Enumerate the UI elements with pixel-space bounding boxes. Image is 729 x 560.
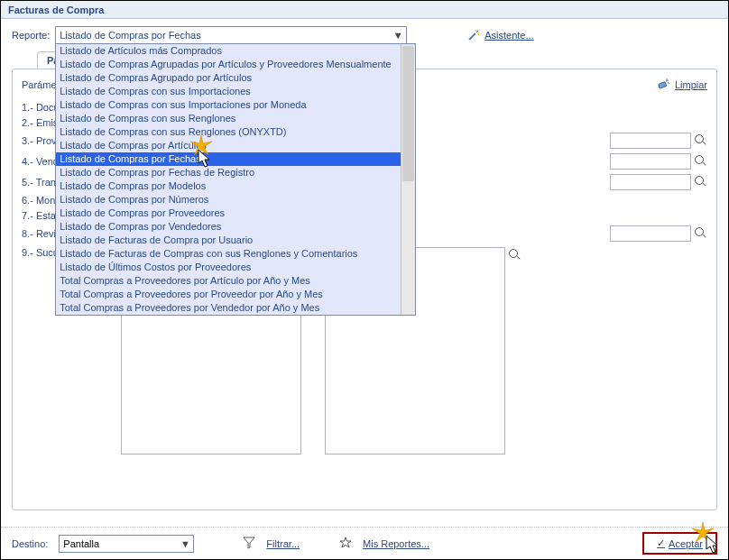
- destino-label: Destino:: [12, 538, 48, 549]
- dropdown-option[interactable]: Listado de Compras con sus Renglones: [56, 112, 401, 125]
- dropdown-option[interactable]: Listado de Compras por Fechas: [56, 152, 401, 166]
- reporte-selected-value: Listado de Compras por Fechas: [60, 30, 201, 41]
- reporte-select[interactable]: Listado de Compras por Fechas ▼ Listado …: [55, 26, 407, 44]
- cursor-icon: [706, 535, 722, 555]
- window-title: Facturas de Compra: [1, 1, 728, 19]
- dropdown-option[interactable]: Listado de Compras por Artículos: [56, 139, 401, 152]
- scrollbar-thumb[interactable]: [402, 46, 414, 181]
- svg-rect-0: [658, 82, 666, 88]
- param-input-3[interactable]: [610, 133, 691, 149]
- star-icon: [339, 537, 352, 551]
- dropdown-option[interactable]: Listado de Compras por Modelos: [56, 179, 401, 193]
- dropdown-option[interactable]: Listado de Compras por Fechas de Registr…: [56, 166, 401, 179]
- destino-value: Pantalla: [63, 538, 99, 549]
- eraser-icon: [657, 77, 671, 93]
- mis-reportes-link[interactable]: Mis Reportes...: [363, 538, 429, 549]
- dropdown-option[interactable]: Listado de Compras Agrupado por Artículo…: [56, 71, 401, 85]
- param-input-5[interactable]: [610, 174, 691, 190]
- dropdown-option[interactable]: Total Compras a Proveedores por Vendedor…: [56, 301, 401, 315]
- search-icon[interactable]: [695, 134, 707, 147]
- param-input-4[interactable]: [610, 153, 691, 170]
- filtrar-link[interactable]: Filtrar...: [266, 538, 300, 549]
- wizard-icon: [466, 28, 481, 42]
- search-icon[interactable]: [509, 249, 521, 262]
- dropdown-option[interactable]: Listado de Últimos Costos por Proveedore…: [56, 261, 401, 274]
- check-icon: ✓: [657, 537, 665, 549]
- search-icon[interactable]: [695, 155, 707, 168]
- dropdown-option[interactable]: Total Compras a Proveedores por Proveedo…: [56, 288, 401, 301]
- dropdown-option[interactable]: Listado de Compras con sus Renglones (ON…: [56, 125, 401, 139]
- destino-select[interactable]: Pantalla ▼: [59, 535, 194, 553]
- limpiar-link[interactable]: Limpiar: [675, 79, 707, 90]
- asistente-link[interactable]: Asistente...: [484, 30, 533, 41]
- funnel-icon: [243, 537, 255, 551]
- dropdown-option[interactable]: Listado de Facturas de Compras con sus R…: [56, 247, 401, 261]
- search-icon[interactable]: [695, 227, 707, 240]
- dropdown-option[interactable]: Listado de Artículos más Comprados: [56, 44, 401, 58]
- scrollbar[interactable]: [401, 44, 415, 315]
- dropdown-option[interactable]: Total Compras a Proveedores por Artículo…: [56, 274, 401, 288]
- dropdown-option[interactable]: Listado de Compras Agrupadas por Artícul…: [56, 58, 401, 71]
- dropdown-option[interactable]: Listado de Compras por Números: [56, 193, 401, 207]
- dropdown-option[interactable]: Listado de Facturas de Compra por Usuari…: [56, 234, 401, 247]
- reporte-label: Reporte:: [12, 30, 50, 41]
- params-header-label: Parámet: [22, 79, 60, 90]
- dropdown-option[interactable]: Listado de Compras con sus Importaciones: [56, 85, 401, 98]
- dropdown-option[interactable]: Listado de Compras por Proveedores: [56, 207, 401, 220]
- chevron-down-icon: ▼: [392, 30, 404, 41]
- cursor-icon: [198, 149, 214, 169]
- search-icon[interactable]: [695, 176, 707, 188]
- chevron-down-icon: ▼: [179, 538, 191, 549]
- bottom-toolbar: Destino: Pantalla ▼ Filtrar... Mis Repor…: [1, 527, 728, 559]
- dropdown-option[interactable]: Listado de Compras con sus Importaciones…: [56, 98, 401, 112]
- param-input-8[interactable]: [610, 225, 691, 242]
- dropdown-option[interactable]: Listado de Compras por Vendedores: [56, 220, 401, 234]
- reporte-dropdown: Listado de Artículos más CompradosListad…: [55, 43, 416, 316]
